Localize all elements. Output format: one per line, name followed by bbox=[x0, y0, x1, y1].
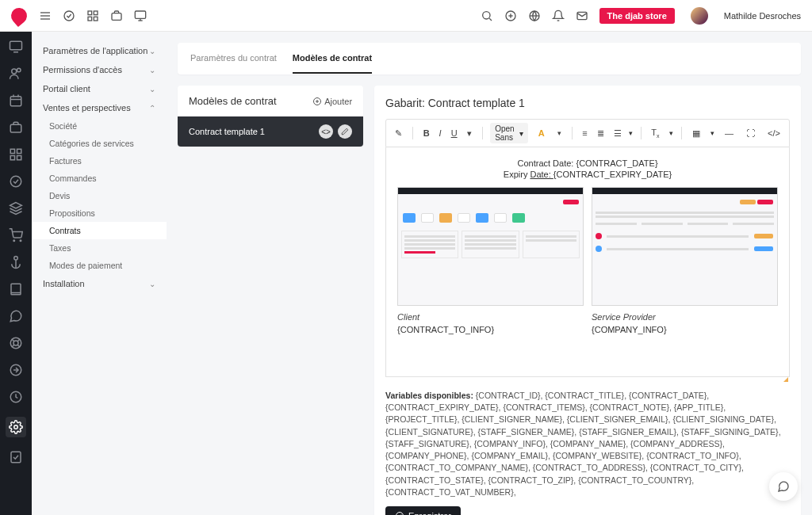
sidebar-section-app[interactable]: Paramètres de l'application⌄ bbox=[32, 41, 167, 60]
app-logo[interactable] bbox=[8, 4, 30, 26]
rail-logout-icon[interactable] bbox=[9, 363, 23, 377]
check-circle-icon[interactable] bbox=[63, 10, 75, 22]
rail-cart-icon[interactable] bbox=[9, 228, 23, 242]
sidebar-item-taxes[interactable]: Taxes bbox=[32, 239, 167, 257]
bell-icon[interactable] bbox=[552, 10, 565, 22]
svg-marker-34 bbox=[10, 203, 22, 209]
svg-rect-9 bbox=[135, 11, 145, 18]
grid-icon[interactable] bbox=[86, 10, 99, 22]
toolbar-codeview-button[interactable]: </> bbox=[765, 127, 783, 139]
top-header: The djab store Mathilde Desroches bbox=[0, 0, 812, 32]
editor-card: Gabarit: Contract template 1 ✎ B I U ▾ O… bbox=[374, 86, 801, 515]
svg-point-50 bbox=[14, 425, 18, 429]
chevron-down-icon[interactable]: ▾ bbox=[555, 128, 564, 139]
add-template-label: Ajouter bbox=[324, 97, 352, 106]
tab-contract-settings[interactable]: Paramètres du contrat bbox=[190, 44, 277, 74]
toolbar-fullscreen-icon[interactable]: ⛶ bbox=[744, 127, 757, 139]
rail-check-icon[interactable] bbox=[9, 174, 23, 189]
toolbar-bold-button[interactable]: B bbox=[421, 127, 432, 139]
toolbar-table-button[interactable]: ▦ bbox=[690, 127, 703, 140]
toolbar-textstyle-button[interactable]: Tx bbox=[649, 126, 661, 140]
svg-point-37 bbox=[14, 257, 18, 261]
rail-chat-icon[interactable] bbox=[9, 309, 23, 323]
search-icon[interactable] bbox=[481, 10, 493, 22]
toolbar-fontcolor-button[interactable]: A bbox=[536, 127, 547, 139]
rail-checklist-icon[interactable] bbox=[9, 450, 23, 464]
svg-line-46 bbox=[17, 339, 20, 341]
sidebar-item-company[interactable]: Société bbox=[32, 117, 167, 135]
check-icon bbox=[395, 511, 404, 515]
rail-lifebuoy-icon[interactable] bbox=[9, 336, 23, 350]
sidebar-item-estimates[interactable]: Devis bbox=[32, 187, 167, 204]
svg-line-45 bbox=[12, 345, 14, 347]
globe-icon[interactable] bbox=[528, 10, 541, 22]
toolbar-list-ul-button[interactable]: ≡ bbox=[580, 127, 589, 139]
svg-rect-32 bbox=[17, 156, 21, 160]
toolbar-underline-button[interactable]: U bbox=[449, 127, 460, 139]
template-code-button[interactable]: <> bbox=[319, 124, 333, 139]
toolbar-wand-icon[interactable]: ✎ bbox=[393, 127, 404, 140]
sidebar-section-installation[interactable]: Installation⌄ bbox=[32, 274, 167, 293]
svg-rect-51 bbox=[11, 452, 21, 463]
toolbar-italic-button[interactable]: I bbox=[437, 127, 444, 139]
editor-resize-handle[interactable] bbox=[385, 377, 790, 382]
contract-date-var: {CONTRACT_DATE} bbox=[576, 158, 657, 168]
save-button[interactable]: Enregistrer bbox=[385, 506, 461, 515]
contract-date-label: Contract Date: bbox=[517, 158, 576, 168]
rail-calendar-icon[interactable] bbox=[9, 93, 23, 108]
rail-monitor-icon[interactable] bbox=[9, 40, 23, 54]
rail-book-icon[interactable] bbox=[9, 282, 23, 296]
username-label[interactable]: Mathilde Desroches bbox=[724, 11, 801, 21]
store-button[interactable]: The djab store bbox=[599, 8, 675, 24]
rail-settings-icon[interactable] bbox=[6, 417, 26, 437]
svg-point-35 bbox=[13, 240, 15, 242]
rail-anchor-icon[interactable] bbox=[9, 255, 23, 269]
add-template-button[interactable]: Ajouter bbox=[312, 97, 352, 106]
sidebar-section-client-portal[interactable]: Portail client⌄ bbox=[32, 79, 167, 98]
svg-point-3 bbox=[64, 11, 74, 21]
main-area: Paramètres du contrat Modèles de contrat… bbox=[167, 32, 812, 515]
rail-layers-icon[interactable] bbox=[9, 201, 23, 216]
svg-rect-4 bbox=[88, 11, 92, 15]
template-edit-button[interactable] bbox=[338, 124, 352, 139]
editor-toolbar: ✎ B I U ▾ Open Sans▾ A▾ ≡ ≣ ☰▾ bbox=[385, 119, 790, 147]
mail-icon[interactable] bbox=[576, 10, 588, 22]
chevron-up-icon: ⌃ bbox=[149, 104, 155, 113]
svg-rect-7 bbox=[94, 17, 98, 21]
sidebar-item-service-categories[interactable]: Catégories de services bbox=[32, 135, 167, 152]
sidebar-item-payment-methods[interactable]: Modes de paiement bbox=[32, 257, 167, 274]
rail-grid-icon[interactable] bbox=[9, 147, 23, 162]
template-item-active[interactable]: Contract template 1 <> bbox=[178, 116, 363, 147]
editor-content[interactable]: Contract Date: {CONTRACT_DATE} Expiry Da… bbox=[385, 147, 790, 377]
sidebar-item-proposals[interactable]: Propositions bbox=[32, 204, 167, 222]
briefcase-icon[interactable] bbox=[110, 10, 123, 22]
svg-line-43 bbox=[12, 339, 14, 341]
toolbar-hr-button[interactable]: — bbox=[722, 127, 736, 139]
toolbar-strike-button[interactable]: ▾ bbox=[465, 127, 474, 140]
toolbar-align-button[interactable]: ☰ bbox=[611, 127, 624, 140]
expiry-prefix: Expiry bbox=[504, 170, 530, 179]
rail-users-icon[interactable] bbox=[9, 67, 23, 81]
expiry-date-var: {CONTRACT_EXPIRY_DATE} bbox=[553, 170, 672, 179]
rail-briefcase-icon[interactable] bbox=[9, 120, 23, 135]
sidebar-item-contracts[interactable]: Contrats bbox=[32, 222, 167, 239]
toolbar-list-ol-button[interactable]: ≣ bbox=[595, 127, 607, 140]
tab-contract-templates[interactable]: Modèles de contrat bbox=[293, 44, 372, 74]
svg-point-23 bbox=[17, 68, 21, 72]
sidebar-section-sales[interactable]: Ventes et perspectives⌃ bbox=[32, 98, 167, 117]
preview-thumbnails bbox=[397, 187, 778, 306]
svg-line-44 bbox=[17, 345, 20, 347]
rail-clock-icon[interactable] bbox=[9, 390, 23, 404]
editor-title: Gabarit: Contract template 1 bbox=[385, 97, 790, 109]
plus-circle-icon bbox=[312, 97, 322, 106]
avatar[interactable] bbox=[691, 7, 708, 25]
monitor-icon[interactable] bbox=[134, 10, 147, 22]
plus-circle-icon[interactable] bbox=[504, 10, 517, 22]
sidebar-section-permissions[interactable]: Permissions d'accès⌄ bbox=[32, 60, 167, 79]
svg-rect-6 bbox=[88, 17, 92, 21]
menu-icon[interactable] bbox=[39, 10, 52, 22]
sidebar-item-orders[interactable]: Commandes bbox=[32, 170, 167, 187]
chat-fab[interactable] bbox=[769, 472, 798, 501]
sidebar-item-invoices[interactable]: Factures bbox=[32, 152, 167, 170]
toolbar-font-select[interactable]: Open Sans▾ bbox=[490, 123, 527, 143]
